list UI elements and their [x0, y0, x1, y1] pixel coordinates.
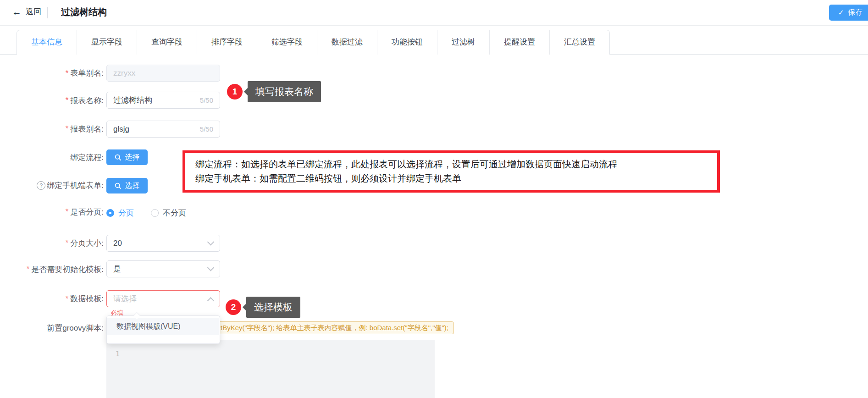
groovy-code-editor[interactable]: 1 — [106, 340, 435, 398]
annotation-note-box: 绑定流程：如选择的表单已绑定流程，此处报表可以选择流程，设置后可通过增加数据页面… — [182, 150, 720, 193]
step2-bubble: 选择模板 — [246, 297, 300, 318]
data-template-label: * 数据模板: — [0, 290, 104, 307]
step1-badge: 1 — [227, 84, 243, 100]
save-button[interactable]: ✓ 保存 — [829, 5, 868, 21]
form-alias-label: * 表单别名: — [0, 65, 104, 82]
line-number: 1 — [116, 350, 120, 358]
chevron-down-icon — [207, 264, 215, 271]
question-mark-icon[interactable]: ? — [37, 181, 45, 190]
note-line-2: 绑定手机表单：如需配置二维码按钮，则必须设计并绑定手机表单 — [195, 171, 717, 186]
bind-flow-label: 绑定流程: — [0, 149, 104, 165]
note-line-1: 绑定流程：如选择的表单已绑定流程，此处报表可以选择流程，设置后可通过增加数据页面… — [195, 157, 717, 171]
header-divider — [47, 7, 48, 18]
init-template-label: * 是否需要初始化模板: — [0, 260, 104, 278]
bind-mobile-form-select-button[interactable]: 选择 — [106, 178, 148, 193]
tab-function-button[interactable]: 功能按钮 — [377, 30, 437, 55]
tab-data-filter[interactable]: 数据过滤 — [317, 30, 377, 55]
back-arrow-icon: ← — [12, 7, 22, 17]
radio-unselected-icon — [151, 209, 159, 217]
required-asterisk: * — [27, 265, 30, 274]
data-template-dropdown: 数据视图模版(VUE) — [106, 315, 220, 344]
step1-bubble: 填写报表名称 — [248, 81, 321, 102]
form-alias-input: zzryxx — [106, 65, 220, 82]
report-name-input[interactable]: 过滤树结构 5/50 — [106, 92, 220, 109]
required-asterisk: * — [66, 238, 69, 248]
page-size-label: * 分页大小: — [0, 235, 104, 251]
chevron-down-icon — [207, 238, 215, 246]
step2-badge: 2 — [226, 299, 241, 315]
save-label: 保存 — [848, 8, 862, 17]
select-placeholder: 请选择 — [113, 293, 137, 304]
bind-mobile-form-label: ? 绑定手机端表单: — [0, 178, 104, 193]
tab-bar: 基本信息 显示字段 查询字段 排序字段 筛选字段 数据过滤 功能按钮 过滤树 提… — [0, 30, 868, 55]
required-asterisk: * — [66, 69, 69, 78]
chevron-up-icon — [207, 297, 215, 304]
page-size-select[interactable]: 20 — [106, 235, 220, 252]
check-icon: ✓ — [838, 8, 844, 17]
tab-summary-setting[interactable]: 汇总设置 — [550, 30, 609, 55]
char-counter: 5/50 — [200, 96, 213, 104]
char-counter: 5/50 — [200, 125, 213, 133]
tab-reminder-setting[interactable]: 提醒设置 — [490, 30, 550, 55]
radio-not-paged[interactable]: 不分页 — [151, 208, 186, 218]
tab-basic-info[interactable]: 基本信息 — [17, 30, 77, 55]
report-name-label: * 报表名称: — [0, 92, 104, 109]
search-icon — [115, 154, 122, 161]
callout-step1: 1 填写报表名称 — [227, 81, 321, 103]
page-title: 过滤树结构 — [61, 6, 107, 18]
dropdown-option-data-view-vue[interactable]: 数据视图模版(VUE) — [107, 318, 219, 335]
init-template-select[interactable]: 是 — [106, 260, 220, 277]
report-alias-input[interactable]: glsjg 5/50 — [106, 121, 220, 138]
groovy-script-label: 前置groovy脚本: — [0, 323, 104, 332]
tab-sort-fields[interactable]: 排序字段 — [197, 30, 257, 55]
radio-selected-icon — [106, 209, 114, 217]
back-button[interactable]: ← 返回 — [12, 6, 41, 17]
radio-paged[interactable]: 分页 — [106, 208, 134, 218]
search-icon — [115, 182, 122, 189]
header: ← 返回 过滤树结构 ✓ 保存 — [0, 0, 868, 26]
bind-flow-select-button[interactable]: 选择 — [106, 149, 148, 165]
required-asterisk: * — [66, 96, 69, 105]
tabs-container: 基本信息 显示字段 查询字段 排序字段 筛选字段 数据过滤 功能按钮 过滤树 提… — [17, 30, 610, 55]
tab-filter-fields[interactable]: 筛选字段 — [257, 30, 317, 55]
data-template-select[interactable]: 请选择 — [106, 290, 220, 307]
required-asterisk: * — [66, 207, 69, 216]
pagination-label: * 是否分页: — [0, 207, 104, 216]
tab-filter-tree[interactable]: 过滤树 — [437, 30, 490, 55]
callout-step2: 2 选择模板 — [226, 296, 300, 318]
back-label: 返回 — [26, 6, 41, 17]
report-alias-label: * 报表别名: — [0, 121, 104, 137]
tab-query-fields[interactable]: 查询字段 — [137, 30, 197, 55]
required-asterisk: * — [66, 124, 69, 133]
required-asterisk: * — [66, 294, 69, 304]
tab-display-fields[interactable]: 显示字段 — [77, 30, 137, 55]
